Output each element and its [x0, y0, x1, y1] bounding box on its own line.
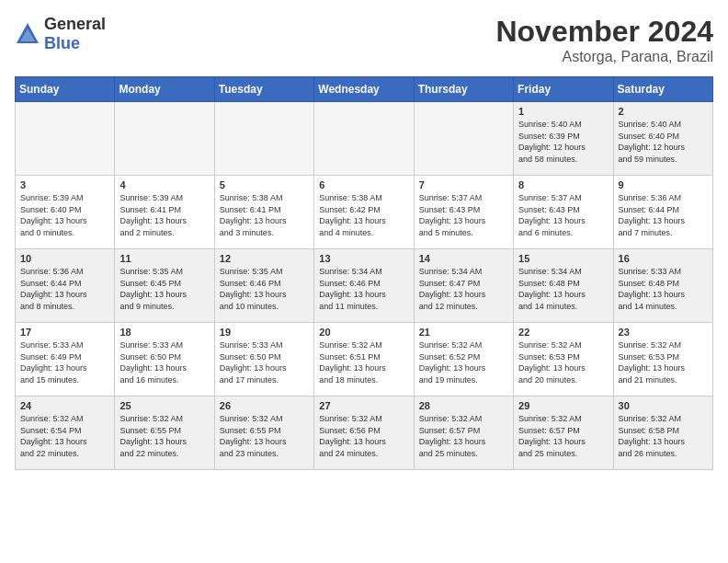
logo-icon — [15, 21, 40, 47]
calendar-cell: 3Sunrise: 5:39 AM Sunset: 6:40 PM Daylig… — [16, 176, 115, 249]
day-number: 16 — [619, 253, 708, 264]
day-number: 13 — [319, 253, 408, 264]
day-detail: Sunrise: 5:39 AM Sunset: 6:41 PM Dayligh… — [119, 192, 209, 238]
day-number: 7 — [419, 179, 508, 190]
day-detail: Sunrise: 5:37 AM Sunset: 6:43 PM Dayligh… — [518, 192, 608, 238]
calendar-cell: 29Sunrise: 5:32 AM Sunset: 6:57 PM Dayli… — [514, 396, 613, 470]
day-number: 5 — [220, 179, 309, 190]
day-number: 28 — [419, 400, 508, 411]
page-header: General Blue November 2024 Astorga, Para… — [15, 15, 713, 65]
title-block: November 2024 Astorga, Parana, Brazil — [495, 15, 713, 65]
calendar-cell: 10Sunrise: 5:36 AM Sunset: 6:44 PM Dayli… — [16, 249, 115, 323]
day-detail: Sunrise: 5:34 AM Sunset: 6:46 PM Dayligh… — [319, 266, 408, 312]
day-number: 9 — [619, 179, 708, 190]
day-detail: Sunrise: 5:38 AM Sunset: 6:42 PM Dayligh… — [319, 192, 408, 238]
day-detail: Sunrise: 5:40 AM Sunset: 6:40 PM Dayligh… — [619, 119, 708, 165]
calendar-week-row: 1Sunrise: 5:40 AM Sunset: 6:39 PM Daylig… — [16, 102, 713, 176]
day-number: 1 — [518, 106, 608, 117]
day-detail: Sunrise: 5:32 AM Sunset: 6:57 PM Dayligh… — [518, 413, 608, 459]
day-number: 2 — [619, 106, 708, 117]
day-number: 22 — [518, 327, 608, 338]
day-number: 15 — [518, 253, 608, 264]
calendar-cell: 11Sunrise: 5:35 AM Sunset: 6:45 PM Dayli… — [115, 249, 214, 323]
day-detail: Sunrise: 5:33 AM Sunset: 6:48 PM Dayligh… — [619, 266, 708, 312]
calendar-cell: 17Sunrise: 5:33 AM Sunset: 6:49 PM Dayli… — [16, 323, 115, 396]
calendar-cell: 24Sunrise: 5:32 AM Sunset: 6:54 PM Dayli… — [16, 396, 115, 470]
calendar-cell: 1Sunrise: 5:40 AM Sunset: 6:39 PM Daylig… — [514, 102, 613, 176]
calendar-cell: 21Sunrise: 5:32 AM Sunset: 6:52 PM Dayli… — [414, 323, 513, 396]
calendar-cell: 26Sunrise: 5:32 AM Sunset: 6:55 PM Dayli… — [214, 396, 313, 470]
day-detail: Sunrise: 5:32 AM Sunset: 6:51 PM Dayligh… — [319, 339, 408, 385]
calendar-cell: 30Sunrise: 5:32 AM Sunset: 6:58 PM Dayli… — [613, 396, 712, 470]
day-detail: Sunrise: 5:32 AM Sunset: 6:55 PM Dayligh… — [119, 413, 209, 459]
day-number: 23 — [619, 327, 708, 338]
calendar-table: SundayMondayTuesdayWednesdayThursdayFrid… — [15, 76, 713, 470]
logo: General Blue — [15, 15, 106, 53]
calendar-cell — [414, 102, 513, 176]
calendar-cell: 4Sunrise: 5:39 AM Sunset: 6:41 PM Daylig… — [115, 176, 214, 249]
calendar-cell — [16, 102, 115, 176]
day-number: 6 — [319, 179, 408, 190]
weekday-header-friday: Friday — [514, 77, 613, 102]
day-detail: Sunrise: 5:38 AM Sunset: 6:41 PM Dayligh… — [220, 192, 309, 238]
calendar-cell: 14Sunrise: 5:34 AM Sunset: 6:47 PM Dayli… — [414, 249, 513, 323]
calendar-cell: 6Sunrise: 5:38 AM Sunset: 6:42 PM Daylig… — [314, 176, 414, 249]
day-detail: Sunrise: 5:32 AM Sunset: 6:56 PM Dayligh… — [319, 413, 408, 459]
weekday-header-row: SundayMondayTuesdayWednesdayThursdayFrid… — [16, 77, 713, 102]
calendar-cell: 22Sunrise: 5:32 AM Sunset: 6:53 PM Dayli… — [514, 323, 613, 396]
day-detail: Sunrise: 5:33 AM Sunset: 6:50 PM Dayligh… — [220, 339, 309, 385]
day-detail: Sunrise: 5:37 AM Sunset: 6:43 PM Dayligh… — [419, 192, 508, 238]
calendar-cell — [115, 102, 214, 176]
calendar-cell: 8Sunrise: 5:37 AM Sunset: 6:43 PM Daylig… — [514, 176, 613, 249]
day-detail: Sunrise: 5:35 AM Sunset: 6:45 PM Dayligh… — [119, 266, 209, 312]
day-detail: Sunrise: 5:35 AM Sunset: 6:46 PM Dayligh… — [220, 266, 309, 312]
calendar-cell — [214, 102, 313, 176]
day-detail: Sunrise: 5:32 AM Sunset: 6:53 PM Dayligh… — [518, 339, 608, 385]
calendar-cell: 16Sunrise: 5:33 AM Sunset: 6:48 PM Dayli… — [613, 249, 712, 323]
calendar-cell: 13Sunrise: 5:34 AM Sunset: 6:46 PM Dayli… — [314, 249, 414, 323]
day-number: 24 — [20, 400, 109, 411]
day-number: 3 — [20, 179, 109, 190]
calendar-cell: 12Sunrise: 5:35 AM Sunset: 6:46 PM Dayli… — [214, 249, 313, 323]
day-number: 11 — [119, 253, 209, 264]
day-number: 12 — [220, 253, 309, 264]
weekday-header-thursday: Thursday — [414, 77, 513, 102]
day-number: 26 — [220, 400, 309, 411]
weekday-header-tuesday: Tuesday — [214, 77, 313, 102]
day-number: 4 — [119, 179, 209, 190]
calendar-cell: 5Sunrise: 5:38 AM Sunset: 6:41 PM Daylig… — [214, 176, 313, 249]
day-number: 19 — [220, 327, 309, 338]
day-number: 20 — [319, 327, 408, 338]
day-number: 8 — [518, 179, 608, 190]
calendar-week-row: 24Sunrise: 5:32 AM Sunset: 6:54 PM Dayli… — [16, 396, 713, 470]
month-title: November 2024 — [495, 15, 713, 49]
day-detail: Sunrise: 5:32 AM Sunset: 6:58 PM Dayligh… — [619, 413, 708, 459]
day-detail: Sunrise: 5:36 AM Sunset: 6:44 PM Dayligh… — [619, 192, 708, 238]
calendar-week-row: 3Sunrise: 5:39 AM Sunset: 6:40 PM Daylig… — [16, 176, 713, 249]
weekday-header-monday: Monday — [115, 77, 214, 102]
calendar-cell: 23Sunrise: 5:32 AM Sunset: 6:53 PM Dayli… — [613, 323, 712, 396]
weekday-header-wednesday: Wednesday — [314, 77, 414, 102]
day-detail: Sunrise: 5:32 AM Sunset: 6:55 PM Dayligh… — [220, 413, 309, 459]
day-number: 29 — [518, 400, 608, 411]
calendar-cell — [314, 102, 414, 176]
day-number: 18 — [119, 327, 209, 338]
day-detail: Sunrise: 5:40 AM Sunset: 6:39 PM Dayligh… — [518, 119, 608, 165]
location-title: Astorga, Parana, Brazil — [495, 49, 713, 65]
calendar-cell: 28Sunrise: 5:32 AM Sunset: 6:57 PM Dayli… — [414, 396, 513, 470]
weekday-header-sunday: Sunday — [16, 77, 115, 102]
day-number: 10 — [20, 253, 109, 264]
calendar-cell: 9Sunrise: 5:36 AM Sunset: 6:44 PM Daylig… — [613, 176, 712, 249]
day-detail: Sunrise: 5:39 AM Sunset: 6:40 PM Dayligh… — [20, 192, 109, 238]
calendar-cell: 20Sunrise: 5:32 AM Sunset: 6:51 PM Dayli… — [314, 323, 414, 396]
day-detail: Sunrise: 5:32 AM Sunset: 6:53 PM Dayligh… — [619, 339, 708, 385]
day-detail: Sunrise: 5:36 AM Sunset: 6:44 PM Dayligh… — [20, 266, 109, 312]
calendar-cell: 18Sunrise: 5:33 AM Sunset: 6:50 PM Dayli… — [115, 323, 214, 396]
day-detail: Sunrise: 5:33 AM Sunset: 6:50 PM Dayligh… — [119, 339, 209, 385]
day-detail: Sunrise: 5:34 AM Sunset: 6:47 PM Dayligh… — [419, 266, 508, 312]
calendar-cell: 2Sunrise: 5:40 AM Sunset: 6:40 PM Daylig… — [613, 102, 712, 176]
logo-text-general: General — [44, 15, 106, 33]
day-number: 30 — [619, 400, 708, 411]
day-number: 14 — [419, 253, 508, 264]
logo-text-blue: Blue — [44, 34, 80, 52]
